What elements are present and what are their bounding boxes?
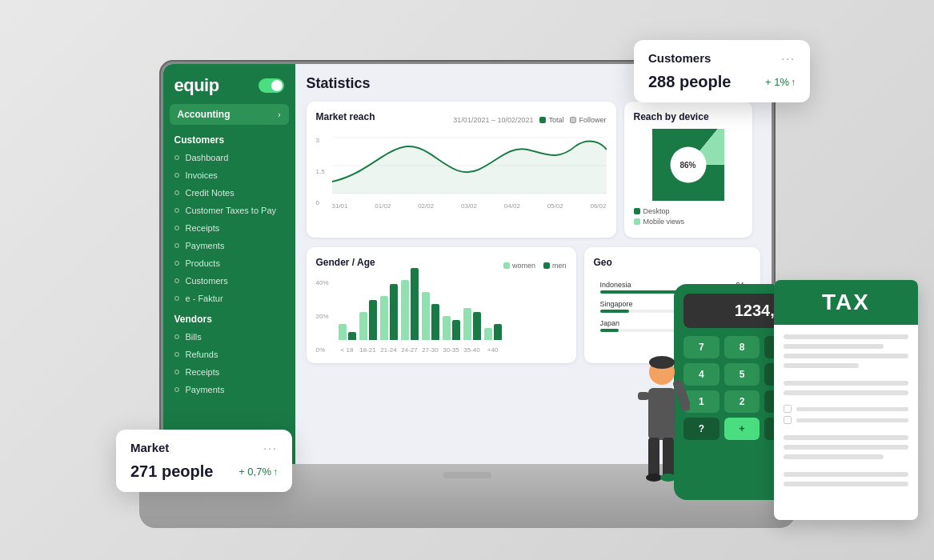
- market-card-change: + 0,7% ↑: [239, 466, 278, 478]
- chart-legend: Total Follower: [539, 116, 606, 124]
- tax-line: [784, 344, 884, 349]
- sidebar-item-customers[interactable]: Customers: [163, 272, 295, 290]
- calc-btn-5[interactable]: 5: [724, 363, 760, 386]
- reach-dot-desktop: [634, 208, 640, 214]
- gender-age-title: Gender / Age: [316, 257, 375, 268]
- bar-group: [401, 268, 419, 340]
- mobile-label: Mobile views: [643, 218, 685, 226]
- person-shoe-right: [660, 474, 676, 482]
- customers-card-value-row: 288 people + 1% ↑: [648, 73, 796, 91]
- calc-btn-2[interactable]: 2: [724, 390, 760, 413]
- tax-line: [784, 482, 908, 486]
- sidebar-item-receipts[interactable]: Receipts: [163, 219, 295, 237]
- line-chart-svg: [332, 134, 607, 198]
- sidebar-item-customer-taxes[interactable]: Customer Taxes to Pay: [163, 202, 295, 219]
- x-label: 06/02: [590, 202, 606, 210]
- legend-dot-women: [503, 262, 510, 269]
- y-label-0: 0: [316, 199, 325, 206]
- bar-men: [494, 324, 502, 340]
- tax-lines: [774, 325, 918, 501]
- tax-line: [784, 390, 908, 395]
- tax-title: TAX: [822, 290, 870, 314]
- market-card: Market ··· 271 people + 0,7% ↑: [116, 430, 292, 492]
- sidebar-dot: [174, 370, 179, 374]
- reach-legend: Desktop Mobile views: [634, 207, 743, 226]
- bar-label: 27-30: [422, 346, 439, 354]
- tax-checkbox-row: [784, 416, 908, 424]
- y-label-3: 3: [316, 137, 325, 144]
- market-card-value: 271 people: [130, 462, 213, 481]
- bar-label: 21-24: [380, 346, 398, 354]
- bar-group: [463, 308, 481, 340]
- tax-document: TAX: [774, 280, 918, 520]
- sidebar-dot: [174, 278, 179, 283]
- bar-x-labels: < 18 18-21 21-24 24-27 27-30 30-35 35-40…: [339, 346, 567, 354]
- reach-dot-mobile: [634, 218, 640, 225]
- sidebar-dot: [174, 208, 179, 213]
- logo-text: equip: [174, 75, 219, 96]
- tax-line: [784, 435, 908, 440]
- market-card-menu[interactable]: ···: [263, 442, 278, 454]
- pie-area: 86%: [652, 129, 724, 201]
- market-card-title: Market: [130, 441, 169, 454]
- person-illustration: [634, 348, 690, 500]
- bar-women: [380, 296, 388, 340]
- page-title: Statistics: [307, 75, 371, 92]
- sidebar-item-label: Payments: [186, 241, 225, 250]
- sidebar-item-credit-notes[interactable]: Credit Notes: [163, 184, 295, 202]
- person-hair: [649, 356, 675, 369]
- desktop-label: Desktop: [643, 207, 670, 215]
- date-range: 31/01/2021 – 10/02/2021: [453, 116, 533, 124]
- calc-btn-plus[interactable]: +: [724, 418, 760, 440]
- sidebar-item-label: Payments: [186, 385, 225, 394]
- sidebar-item-receipts-v[interactable]: Receipts: [163, 363, 295, 381]
- sidebar-section-accounting[interactable]: Accounting ›: [170, 104, 289, 125]
- y-labels: 3 1,5 0: [316, 134, 325, 210]
- sidebar-item-refunds[interactable]: Refunds: [163, 346, 295, 363]
- legend-desktop: Desktop: [634, 207, 743, 215]
- tax-line: [784, 363, 859, 368]
- bar-group: [339, 324, 356, 340]
- legend-men: men: [543, 262, 567, 270]
- chart-header: Market reach 31/01/2021 – 10/02/2021 Tot…: [316, 111, 607, 129]
- geo-country: Indonesia: [600, 281, 631, 289]
- sidebar-item-efaktur[interactable]: e - Faktur: [163, 290, 295, 307]
- tax-checkbox-row: [784, 405, 908, 413]
- calc-btn-8[interactable]: 8: [724, 336, 760, 358]
- scene: equip Accounting › Customers Dashboard: [0, 0, 934, 560]
- bar-label: 30-35: [443, 346, 460, 354]
- bar-group: [484, 324, 502, 340]
- chart-controls: 31/01/2021 – 10/02/2021 Total: [453, 116, 606, 124]
- bar-men: [431, 304, 439, 340]
- bar-men: [369, 300, 377, 340]
- bar-women: [359, 312, 367, 340]
- x-label: 03/02: [461, 202, 477, 210]
- sidebar-item-label: Receipts: [186, 367, 220, 377]
- sidebar-group-vendors: Vendors: [163, 307, 295, 328]
- customers-card-title: Customers: [648, 51, 711, 65]
- sidebar-dot: [174, 226, 179, 230]
- customers-card-value: 288 people: [648, 73, 731, 91]
- sidebar-dot: [174, 334, 179, 339]
- sidebar-item-dashboard[interactable]: Dashboard: [163, 149, 295, 166]
- customers-card-menu[interactable]: ···: [781, 52, 796, 65]
- sidebar-item-invoices[interactable]: Invoices: [163, 166, 295, 184]
- sidebar-item-bills[interactable]: Bills: [163, 328, 295, 346]
- sidebar-item-products[interactable]: Products: [163, 254, 295, 272]
- market-card-value-row: 271 people + 0,7% ↑: [130, 462, 278, 481]
- tax-line: [784, 472, 908, 477]
- arrow-up-icon: ↑: [791, 77, 796, 88]
- bar-label: +40: [484, 346, 502, 354]
- legend-label: Total: [548, 116, 563, 124]
- bar-label: 24-27: [401, 346, 419, 354]
- x-label: 01/02: [375, 202, 391, 210]
- sidebar-logo: equip: [163, 64, 295, 104]
- tax-line: [796, 418, 908, 422]
- geo-title: Geo: [594, 257, 751, 268]
- change-text: + 1%: [765, 76, 789, 88]
- toggle-switch[interactable]: [259, 78, 284, 93]
- sidebar-item-payments[interactable]: Payments: [163, 237, 295, 254]
- sidebar-item-payments-v[interactable]: Payments: [163, 381, 295, 398]
- bar-men: [452, 320, 460, 340]
- sidebar-dot: [174, 243, 179, 248]
